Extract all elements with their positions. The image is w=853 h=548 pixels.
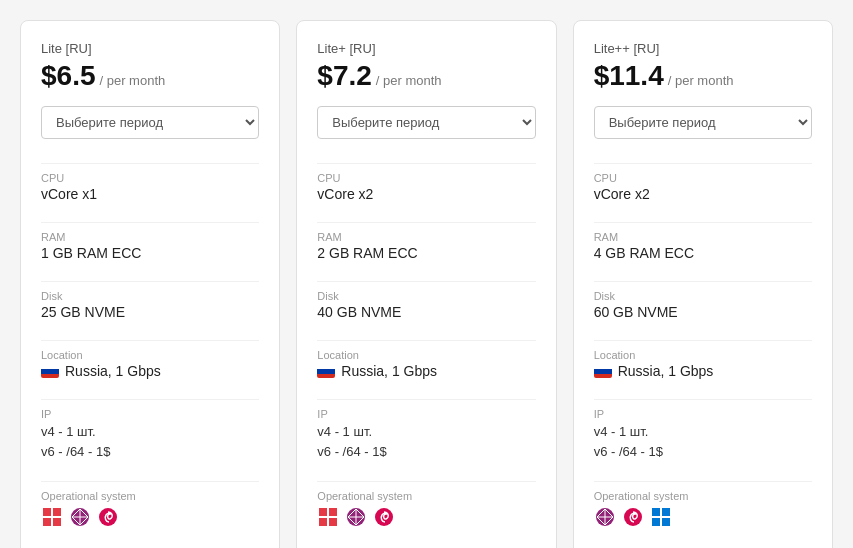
- cpu-value: vCore x1: [41, 186, 259, 202]
- period-select[interactable]: Выберите период: [317, 106, 535, 139]
- price-row: $11.4 / per month: [594, 60, 812, 92]
- ip-v6: v6 - /64 - 1$: [317, 442, 535, 462]
- plan-name: Lite [RU]: [41, 41, 259, 56]
- price-row: $6.5 / per month: [41, 60, 259, 92]
- svg-rect-37: [662, 518, 670, 526]
- os-icon-debian: [97, 506, 119, 528]
- plan-name: Lite+ [RU]: [317, 41, 535, 56]
- disk-value: 60 GB NVME: [594, 304, 812, 320]
- disk-section: Disk 60 GB NVME: [594, 290, 812, 320]
- ram-value: 1 GB RAM ECC: [41, 245, 259, 261]
- price-amount: $6.5: [41, 60, 96, 92]
- price-period: / per month: [376, 73, 442, 88]
- os-section: Operational system: [41, 490, 259, 528]
- disk-section: Disk 40 GB NVME: [317, 290, 535, 320]
- ram-label: RAM: [317, 231, 535, 243]
- ram-label: RAM: [41, 231, 259, 243]
- os-label: Operational system: [594, 490, 812, 502]
- ram-section: RAM 4 GB RAM ECC: [594, 231, 812, 261]
- pricing-card-0: Lite [RU] $6.5 / per month Выберите пери…: [20, 20, 280, 548]
- svg-rect-35: [662, 508, 670, 516]
- disk-label: Disk: [41, 290, 259, 302]
- cpu-value: vCore x2: [317, 186, 535, 202]
- disk-value: 25 GB NVME: [41, 304, 259, 320]
- cpu-label: CPU: [317, 172, 535, 184]
- ram-value: 2 GB RAM ECC: [317, 245, 535, 261]
- disk-section: Disk 25 GB NVME: [41, 290, 259, 320]
- cpu-label: CPU: [41, 172, 259, 184]
- ip-section: IP v4 - 1 шт. v6 - /64 - 1$: [41, 408, 259, 461]
- location-section: Location Russia, 1 Gbps: [317, 349, 535, 379]
- period-select[interactable]: Выберите период: [594, 106, 812, 139]
- location-section: Location Russia, 1 Gbps: [41, 349, 259, 379]
- svg-rect-16: [329, 508, 337, 516]
- location-section: Location Russia, 1 Gbps: [594, 349, 812, 379]
- os-icons-container: [317, 506, 535, 528]
- svg-rect-15: [319, 508, 327, 516]
- svg-rect-17: [319, 518, 327, 526]
- os-icon-windows2: [650, 506, 672, 528]
- ip-v4: v4 - 1 шт.: [317, 422, 535, 442]
- ip-label: IP: [317, 408, 535, 420]
- location-label: Location: [594, 349, 812, 361]
- price-amount: $7.2: [317, 60, 372, 92]
- ip-v6: v6 - /64 - 1$: [41, 442, 259, 462]
- disk-label: Disk: [317, 290, 535, 302]
- ip-v6: v6 - /64 - 1$: [594, 442, 812, 462]
- cpu-label: CPU: [594, 172, 812, 184]
- os-icon-centos: [345, 506, 367, 528]
- os-section: Operational system: [594, 490, 812, 528]
- pricing-card-1: Lite+ [RU] $7.2 / per month Выберите пер…: [296, 20, 556, 548]
- period-select[interactable]: Выберите период: [41, 106, 259, 139]
- cpu-section: CPU vCore x2: [594, 172, 812, 202]
- svg-rect-18: [329, 518, 337, 526]
- location-label: Location: [317, 349, 535, 361]
- flag-russia-icon: [317, 365, 335, 378]
- os-icon-debian: [373, 506, 395, 528]
- location-label: Location: [41, 349, 259, 361]
- os-label: Operational system: [41, 490, 259, 502]
- ram-label: RAM: [594, 231, 812, 243]
- os-icon-windows: [41, 506, 63, 528]
- os-icon-centos: [594, 506, 616, 528]
- flag-russia-icon: [594, 365, 612, 378]
- cpu-section: CPU vCore x2: [317, 172, 535, 202]
- plan-name: Lite++ [RU]: [594, 41, 812, 56]
- os-section: Operational system: [317, 490, 535, 528]
- ip-label: IP: [594, 408, 812, 420]
- location-value: Russia, 1 Gbps: [594, 363, 812, 379]
- ip-v4: v4 - 1 шт.: [41, 422, 259, 442]
- ram-value: 4 GB RAM ECC: [594, 245, 812, 261]
- ram-section: RAM 1 GB RAM ECC: [41, 231, 259, 261]
- location-value: Russia, 1 Gbps: [317, 363, 535, 379]
- svg-rect-34: [652, 508, 660, 516]
- pricing-cards: Lite [RU] $6.5 / per month Выберите пери…: [20, 20, 833, 548]
- price-amount: $11.4: [594, 60, 664, 92]
- os-icon-windows: [317, 506, 339, 528]
- os-label: Operational system: [317, 490, 535, 502]
- cpu-section: CPU vCore x1: [41, 172, 259, 202]
- svg-rect-2: [43, 518, 51, 526]
- cpu-value: vCore x2: [594, 186, 812, 202]
- flag-russia-icon: [41, 365, 59, 378]
- svg-rect-1: [53, 508, 61, 516]
- disk-label: Disk: [594, 290, 812, 302]
- ip-label: IP: [41, 408, 259, 420]
- pricing-card-2: Lite++ [RU] $11.4 / per month Выберите п…: [573, 20, 833, 548]
- ip-section: IP v4 - 1 шт. v6 - /64 - 1$: [594, 408, 812, 461]
- svg-rect-3: [53, 518, 61, 526]
- price-period: / per month: [668, 73, 734, 88]
- disk-value: 40 GB NVME: [317, 304, 535, 320]
- price-period: / per month: [100, 73, 166, 88]
- os-icons-container: [41, 506, 259, 528]
- ram-section: RAM 2 GB RAM ECC: [317, 231, 535, 261]
- os-icons-container: [594, 506, 812, 528]
- os-icon-centos: [69, 506, 91, 528]
- location-value: Russia, 1 Gbps: [41, 363, 259, 379]
- os-icon-debian: [622, 506, 644, 528]
- ip-section: IP v4 - 1 шт. v6 - /64 - 1$: [317, 408, 535, 461]
- price-row: $7.2 / per month: [317, 60, 535, 92]
- svg-rect-36: [652, 518, 660, 526]
- svg-rect-0: [43, 508, 51, 516]
- ip-v4: v4 - 1 шт.: [594, 422, 812, 442]
